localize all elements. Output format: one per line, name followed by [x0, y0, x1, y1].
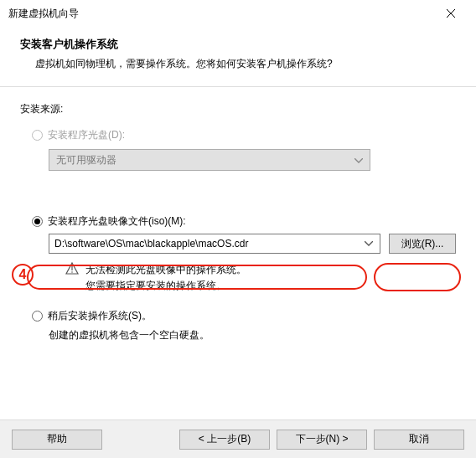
- chevron-down-icon[interactable]: [361, 241, 376, 246]
- iso-path-combo[interactable]: D:\software\OS\mac\blackapple\macOS.cdr: [49, 234, 380, 254]
- svg-point-3: [71, 271, 73, 273]
- disc-drive-combo: 无可用驱动器: [49, 149, 370, 171]
- warning-block: 无法检测此光盘映像中的操作系统。 您需要指定要安装的操作系统。: [65, 262, 456, 294]
- close-button[interactable]: [434, 3, 468, 23]
- header-title: 安装客户机操作系统: [20, 37, 456, 52]
- iso-input-row: D:\software\OS\mac\blackapple\macOS.cdr …: [49, 234, 456, 254]
- radio-iso-label: 安装程序光盘映像文件(iso)(M):: [48, 214, 186, 229]
- radio-iso-row[interactable]: 安装程序光盘映像文件(iso)(M):: [32, 214, 456, 229]
- warning-text: 无法检测此光盘映像中的操作系统。 您需要指定要安装的操作系统。: [85, 262, 246, 294]
- radio-disc-row: 安装程序光盘(D):: [32, 128, 456, 142]
- radio-disc-label: 安装程序光盘(D):: [48, 128, 125, 142]
- annotation-badge: 4: [12, 264, 34, 286]
- radio-later[interactable]: [32, 311, 43, 322]
- disc-combo-value: 无可用驱动器: [56, 153, 116, 167]
- header-description: 虚拟机如同物理机，需要操作系统。您将如何安装客户机操作系统?: [35, 57, 456, 71]
- help-button[interactable]: 帮助: [12, 430, 102, 450]
- later-hint: 创建的虚拟机将包含一个空白硬盘。: [49, 328, 456, 342]
- close-icon: [447, 9, 455, 18]
- wizard-header: 安装客户机操作系统 虚拟机如同物理机，需要操作系统。您将如何安装客户机操作系统?: [0, 25, 476, 87]
- radio-iso[interactable]: [32, 216, 43, 227]
- warning-icon: [65, 262, 79, 278]
- radio-later-row[interactable]: 稍后安装操作系统(S)。: [32, 309, 456, 323]
- wizard-content: 安装来源: 安装程序光盘(D): 无可用驱动器 安装程序光盘映像文件(iso)(…: [0, 87, 476, 342]
- wizard-footer: 帮助 < 上一步(B) 下一步(N) > 取消: [0, 419, 476, 458]
- browse-button[interactable]: 浏览(R)...: [389, 234, 456, 254]
- next-button[interactable]: 下一步(N) >: [277, 430, 367, 450]
- cancel-button[interactable]: 取消: [374, 430, 464, 450]
- chevron-down-icon: [354, 154, 363, 166]
- radio-disc: [32, 130, 43, 141]
- source-label: 安装来源:: [20, 102, 456, 116]
- window-title: 新建虚拟机向导: [8, 7, 79, 21]
- iso-path-value: D:\software\OS\mac\blackapple\macOS.cdr: [54, 238, 361, 250]
- warning-line2: 您需要指定要安装的操作系统。: [85, 278, 246, 294]
- titlebar: 新建虚拟机向导: [0, 0, 476, 25]
- warning-line1: 无法检测此光盘映像中的操作系统。: [85, 262, 246, 278]
- radio-later-label: 稍后安装操作系统(S)。: [48, 309, 152, 323]
- back-button[interactable]: < 上一步(B): [179, 430, 270, 450]
